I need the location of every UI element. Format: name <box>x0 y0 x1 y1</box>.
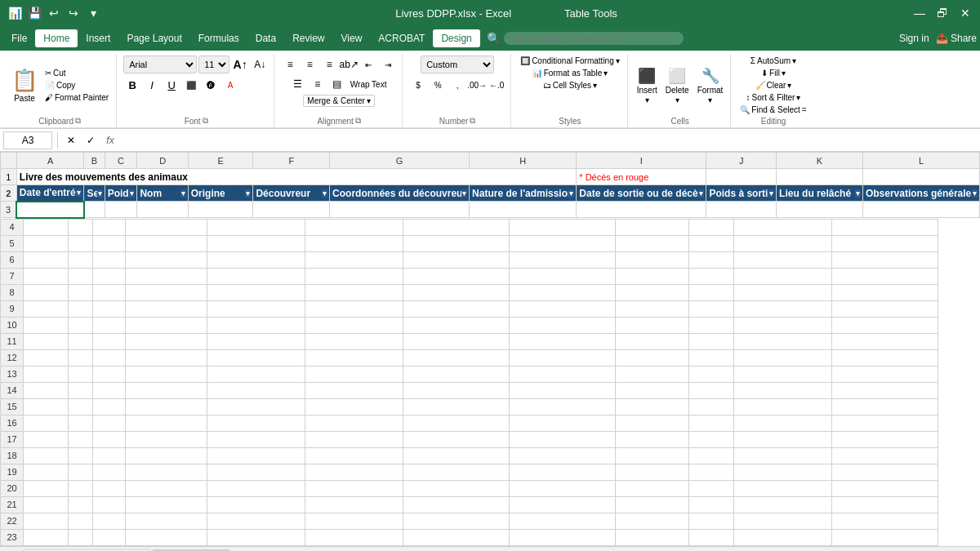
cell-C22[interactable] <box>93 513 126 529</box>
cell-G7[interactable] <box>403 268 510 284</box>
cell-J5[interactable] <box>689 235 734 251</box>
cell-E17[interactable] <box>207 431 305 447</box>
cell-D7[interactable] <box>126 268 207 284</box>
cell-F12[interactable] <box>305 349 403 366</box>
cell-D8[interactable] <box>126 284 207 300</box>
cell-H12[interactable] <box>510 349 616 366</box>
cell-H10[interactable] <box>510 317 616 333</box>
cell-J4[interactable] <box>689 219 734 235</box>
cell-K3[interactable] <box>777 202 863 218</box>
cell-L3[interactable] <box>862 202 979 218</box>
cell-K8[interactable] <box>734 284 832 300</box>
cell-I16[interactable] <box>616 415 689 431</box>
cell-E14[interactable] <box>207 382 305 398</box>
cell-J22[interactable] <box>689 513 734 529</box>
main-grid[interactable]: A B C D E F G H I J K L <box>0 152 980 546</box>
cell-K21[interactable] <box>734 496 832 513</box>
col-header-K[interactable]: K <box>777 153 863 169</box>
cell-C17[interactable] <box>93 431 126 447</box>
clear-button[interactable]: 🧹 Clear ▾ <box>753 80 795 91</box>
fill-button[interactable]: ⬇ Fill ▾ <box>759 68 788 78</box>
menu-review[interactable]: Review <box>284 29 332 47</box>
cell-B14[interactable] <box>69 382 93 398</box>
cell-B22[interactable] <box>69 513 93 529</box>
cell-C16[interactable] <box>93 415 126 431</box>
cell-C23[interactable] <box>93 529 126 545</box>
cell-B20[interactable] <box>69 480 93 496</box>
menu-acrobat[interactable]: ACROBAT <box>370 29 433 47</box>
cell-F17[interactable] <box>305 431 403 447</box>
cell-G23[interactable] <box>403 529 510 545</box>
search-input[interactable] <box>504 32 684 45</box>
cell-J6[interactable] <box>689 251 734 268</box>
col-header-lieu[interactable]: Lieu du relâché ▾ <box>777 185 863 202</box>
cell-I6[interactable] <box>616 251 689 268</box>
col-header-E[interactable]: E <box>188 153 253 169</box>
cell-I12[interactable] <box>616 349 689 366</box>
col-header-B[interactable]: B <box>84 153 105 169</box>
cell-E4[interactable] <box>207 219 305 235</box>
cell-K18[interactable] <box>734 447 832 464</box>
accept-formula-button[interactable]: ✓ <box>82 132 99 149</box>
cell-G17[interactable] <box>403 431 510 447</box>
cell-F8[interactable] <box>305 284 403 300</box>
cell-G20[interactable] <box>403 480 510 496</box>
cell-G8[interactable] <box>403 284 510 300</box>
cell-E10[interactable] <box>207 317 305 333</box>
cell-C3[interactable] <box>105 202 137 218</box>
increase-font-button[interactable]: A↑ <box>231 56 249 73</box>
cell-D4[interactable] <box>126 219 207 235</box>
col-header-A[interactable]: A <box>16 153 84 169</box>
cell-G12[interactable] <box>403 349 510 366</box>
cell-I7[interactable] <box>616 268 689 284</box>
cell-K5[interactable] <box>734 235 832 251</box>
border-button[interactable]: ⬛ <box>182 76 200 94</box>
menu-file[interactable]: File <box>3 29 35 47</box>
cell-A6[interactable] <box>24 251 69 268</box>
cell-F21[interactable] <box>305 496 403 513</box>
cell-K10[interactable] <box>734 317 832 333</box>
cell-B11[interactable] <box>69 333 93 349</box>
cell-G10[interactable] <box>403 317 510 333</box>
col-header-J[interactable]: J <box>706 153 777 169</box>
format-as-table-button[interactable]: 📊 Format as Table ▾ <box>530 68 611 78</box>
cell-B15[interactable] <box>69 398 93 415</box>
cell-J9[interactable] <box>689 300 734 317</box>
col-header-poids[interactable]: Poids ▾ <box>105 185 137 202</box>
fill-color-button[interactable]: 🅐 <box>202 76 220 94</box>
col-header-observations[interactable]: Observations générales ▾ <box>862 185 979 202</box>
cell-C21[interactable] <box>93 496 126 513</box>
col-header-nom[interactable]: Nom ▾ <box>137 185 188 202</box>
cell-L16[interactable] <box>832 415 938 431</box>
cell-E11[interactable] <box>207 333 305 349</box>
menu-formulas[interactable]: Formulas <box>190 29 247 47</box>
align-top-right-btn[interactable]: ≡ <box>320 56 338 73</box>
cell-G5[interactable] <box>403 235 510 251</box>
cell-I18[interactable] <box>616 447 689 464</box>
col-header-D[interactable]: D <box>137 153 188 169</box>
cell-A19[interactable] <box>24 464 69 480</box>
redo-icon[interactable]: ↪ <box>65 5 82 21</box>
sort-filter-button[interactable]: ↕ Sort & Filter ▾ <box>744 92 804 103</box>
cancel-formula-button[interactable]: ✕ <box>63 132 79 149</box>
wrap-text-button[interactable]: Wrap Text <box>348 75 390 93</box>
cell-K15[interactable] <box>734 398 832 415</box>
cell-D15[interactable] <box>126 398 207 415</box>
cell-G19[interactable] <box>403 464 510 480</box>
cell-F5[interactable] <box>305 235 403 251</box>
cell-A8[interactable] <box>24 284 69 300</box>
cell-I3[interactable] <box>577 202 706 218</box>
cell-J13[interactable] <box>689 366 734 382</box>
cell-L14[interactable] <box>832 382 938 398</box>
cell-I14[interactable] <box>616 382 689 398</box>
insert-function-button[interactable]: fx <box>102 132 118 149</box>
cell-A23[interactable] <box>24 529 69 545</box>
cell-H4[interactable] <box>510 219 616 235</box>
cell-G22[interactable] <box>403 513 510 529</box>
cell-F3[interactable] <box>253 202 330 218</box>
cell-I4[interactable] <box>616 219 689 235</box>
col-header-nature[interactable]: Nature de l'admission ▾ <box>470 185 577 202</box>
cell-K17[interactable] <box>734 431 832 447</box>
cell-H15[interactable] <box>510 398 616 415</box>
save-icon[interactable]: 💾 <box>26 5 42 21</box>
